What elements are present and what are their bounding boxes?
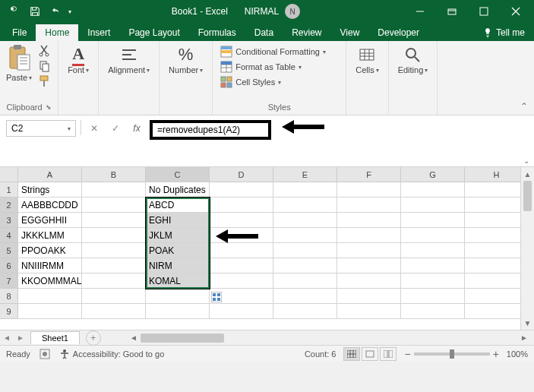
cell-a7[interactable]: KKOOMMMAL — [18, 273, 82, 289]
cell-styles-button[interactable]: Cell Styles▾ — [220, 76, 326, 88]
sheet-nav-prev-icon[interactable]: ◄ — [0, 334, 14, 342]
tab-page-layout[interactable]: Page Layout — [119, 24, 188, 41]
cell-g6[interactable] — [401, 258, 465, 273]
cell-d1[interactable] — [210, 182, 273, 198]
cell-e1[interactable] — [273, 182, 337, 198]
number-group-button[interactable]: % Number▾ — [166, 44, 206, 76]
tab-review[interactable]: Review — [283, 24, 330, 41]
row-header-3[interactable]: 3 — [0, 213, 18, 228]
alignment-group-button[interactable]: Alignment▾ — [105, 44, 153, 76]
scroll-left-icon[interactable]: ◄ — [127, 334, 141, 342]
cell-g3[interactable] — [401, 213, 465, 228]
cell-f1[interactable] — [337, 182, 401, 198]
cell-e4[interactable] — [273, 228, 337, 243]
row-header-4[interactable]: 4 — [0, 228, 18, 243]
cell-g7[interactable] — [401, 273, 465, 289]
row-header-9[interactable]: 9 — [0, 304, 18, 319]
cell-c8[interactable] — [146, 289, 210, 304]
zoom-out-icon[interactable]: − — [404, 348, 410, 360]
clipboard-launcher-icon[interactable]: ⬊ — [46, 103, 52, 111]
tab-home[interactable]: Home — [36, 24, 78, 41]
cell-h7[interactable] — [465, 273, 529, 289]
zoom-thumb[interactable] — [450, 349, 454, 359]
cell-f7[interactable] — [337, 273, 401, 289]
scroll-h-thumb[interactable] — [141, 334, 224, 343]
cell-e6[interactable] — [273, 258, 337, 273]
cell-h4[interactable] — [465, 228, 529, 243]
cell-c6[interactable]: NIRM — [146, 258, 210, 273]
cut-icon[interactable] — [38, 44, 52, 58]
tell-me-search[interactable]: Tell me — [473, 24, 534, 41]
copy-icon[interactable] — [38, 59, 52, 73]
cell-h1[interactable] — [465, 182, 529, 198]
name-box[interactable]: C2 ▾ — [6, 120, 76, 137]
row-header-2[interactable]: 2 — [0, 198, 18, 213]
col-header-a[interactable]: A — [18, 167, 82, 182]
tab-developer[interactable]: Developer — [368, 24, 428, 41]
view-page-break-icon[interactable] — [380, 347, 397, 361]
cell-b3[interactable] — [82, 213, 146, 228]
cell-c9[interactable] — [146, 304, 210, 319]
cell-f2[interactable] — [337, 198, 401, 213]
name-box-dropdown-icon[interactable]: ▾ — [68, 125, 71, 132]
expand-formula-bar-icon[interactable]: ⌄ — [523, 156, 529, 165]
cell-h5[interactable] — [465, 243, 529, 258]
cell-e3[interactable] — [273, 213, 337, 228]
scroll-up-icon[interactable]: ▲ — [521, 167, 534, 181]
cell-b2[interactable] — [82, 198, 146, 213]
format-as-table-button[interactable]: Format as Table▾ — [220, 61, 326, 73]
view-page-layout-icon[interactable] — [362, 347, 378, 361]
col-header-c[interactable]: C — [146, 167, 210, 182]
cell-e7[interactable] — [273, 273, 337, 289]
cell-d2[interactable] — [210, 198, 273, 213]
collapse-ribbon-icon[interactable]: ⌃ — [520, 101, 528, 112]
cell-e9[interactable] — [273, 304, 337, 319]
macro-record-icon[interactable] — [39, 349, 50, 359]
cell-h9[interactable] — [465, 304, 529, 319]
cell-a1[interactable]: Strings — [18, 182, 82, 198]
autofill-options-icon[interactable] — [211, 292, 222, 302]
cell-a3[interactable]: EGGGHHII — [18, 213, 82, 228]
cell-h6[interactable] — [465, 258, 529, 273]
save-icon[interactable] — [26, 2, 44, 21]
vertical-scrollbar[interactable]: ▲ ▼ — [520, 167, 534, 330]
format-painter-icon[interactable] — [38, 74, 52, 88]
cell-c1[interactable]: No Duplicates — [146, 182, 210, 198]
row-header-6[interactable]: 6 — [0, 258, 18, 273]
new-sheet-icon[interactable]: + — [86, 330, 101, 346]
tab-data[interactable]: Data — [245, 24, 283, 41]
cell-g5[interactable] — [401, 243, 465, 258]
cell-d3[interactable] — [210, 213, 273, 228]
cell-c4[interactable]: JKLM — [146, 228, 210, 243]
paste-icon[interactable] — [7, 44, 31, 71]
cell-c2[interactable]: ABCD — [146, 198, 210, 213]
autosave-toggle-icon[interactable] — [5, 2, 23, 21]
row-header-5[interactable]: 5 — [0, 243, 18, 258]
cell-c5[interactable]: POAK — [146, 243, 210, 258]
cell-a4[interactable]: JKKKLMM — [18, 228, 82, 243]
zoom-level[interactable]: 100% — [507, 349, 528, 359]
cell-b6[interactable] — [82, 258, 146, 273]
tab-insert[interactable]: Insert — [78, 24, 119, 41]
cell-h8[interactable] — [465, 289, 529, 304]
scroll-v-thumb[interactable] — [523, 181, 532, 211]
cell-e2[interactable] — [273, 198, 337, 213]
cell-g4[interactable] — [401, 228, 465, 243]
minimize-icon[interactable] — [405, 1, 435, 22]
close-icon[interactable] — [501, 1, 531, 22]
editing-group-button[interactable]: Editing▾ — [395, 44, 431, 76]
cell-a2[interactable]: AABBBCDDD — [18, 198, 82, 213]
cell-c3[interactable]: EGHI — [146, 213, 210, 228]
cell-b1[interactable] — [82, 182, 146, 198]
row-header-1[interactable]: 1 — [0, 182, 18, 198]
cell-b9[interactable] — [82, 304, 146, 319]
sheet-nav-next-icon[interactable]: ► — [14, 334, 27, 342]
scroll-right-icon[interactable]: ► — [517, 334, 531, 342]
fx-icon[interactable]: fx — [128, 120, 145, 137]
ribbon-mode-icon[interactable] — [437, 1, 467, 22]
cell-f8[interactable] — [337, 289, 401, 304]
cell-b4[interactable] — [82, 228, 146, 243]
cancel-formula-icon[interactable]: ✕ — [86, 120, 103, 137]
user-avatar[interactable]: N — [285, 4, 300, 19]
cell-g1[interactable] — [401, 182, 465, 198]
